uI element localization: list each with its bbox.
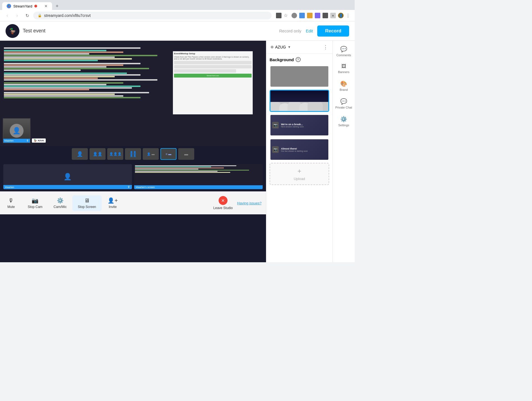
app-container: 🦆 Test event Record only Edit Record (0, 21, 355, 262)
sidebar-private-chat-button[interactable]: 💬 Private Chat (333, 95, 355, 112)
forward-button[interactable]: › (13, 12, 21, 19)
edit-button[interactable]: Edit (306, 29, 313, 33)
channel-name: AZUG (275, 45, 286, 49)
banners-icon: 🖼 (341, 63, 346, 69)
camera-ext-icon (276, 13, 282, 18)
azug-watermark: 🦆 AZUG (32, 138, 46, 143)
stop-screen-button[interactable]: 🖥 Stop Screen (72, 195, 102, 211)
sidebar-banners-button[interactable]: 🖼 Banners (333, 61, 355, 76)
webcam-overlay: 👤 Maarten 🎙 (3, 118, 30, 143)
background-title: Background (270, 57, 294, 62)
canvas-container: Event/Meetup Setup Check from old This P… (0, 41, 266, 146)
bottom-toolbar: 🎙 Mute 📷 Stop Cam ⚙️ Cam/Mic 🖥 Stop Scre… (0, 191, 266, 214)
bg-empty-preview (270, 66, 328, 87)
address-bar[interactable]: 🔒 streamyard.com/xf8u7crsvt (33, 12, 272, 19)
settings-label: Settings (338, 124, 349, 127)
right-sidebar: 💬 Comments 🖼 Banners 🎨 Brand 💬 Private C… (332, 41, 355, 262)
tab-title: StreamYard (13, 4, 32, 8)
leave-studio-button[interactable]: ✕ Leave Studio (209, 194, 237, 212)
channel-dot (271, 46, 273, 48)
cam-participant-name: Maarten (4, 139, 14, 142)
participant-maarten-name: Maarten 🎙 (3, 185, 132, 189)
layout-5[interactable]: 👤 ▬ (143, 148, 159, 160)
upload-background-button[interactable]: + Upload (270, 163, 329, 185)
sidebar-settings-button[interactable]: ⚙️ Settings (333, 113, 355, 130)
reload-button[interactable]: ↻ (23, 12, 31, 19)
cam-name-tag: Maarten 🎙 (3, 139, 30, 143)
cam-mic-icon: 🎙 (26, 139, 29, 142)
bookmark-icon[interactable]: ☆ (284, 13, 289, 18)
leave-label: Leave Studio (213, 206, 233, 210)
active-tab[interactable]: 🦆 StreamYard ✕ (2, 2, 52, 10)
browser-chrome: 🦆 StreamYard ✕ + ‹ › ↻ 🔒 streamyard.com/… (0, 0, 355, 21)
back-button[interactable]: ‹ (3, 12, 11, 19)
sidebar-panel-mock: Event/Meetup Setup Check from old This P… (173, 51, 253, 114)
break-text: We're on a break... (281, 123, 304, 126)
bg-break-preview: 📷 We're on a break... Next session start… (270, 115, 328, 135)
brand-label: Brand (340, 88, 348, 91)
layout-bar: 👤 👤👤 👤👤👤 👤👤👤👤 👤 ▬ ≡ ▬ (0, 146, 266, 162)
stop-cam-button[interactable]: 📷 Stop Cam (22, 195, 48, 211)
screen-icon: 🖥 (84, 197, 90, 204)
user-avatar[interactable]: 👤 (338, 13, 344, 18)
channel-dropdown-arrow: ▼ (288, 45, 291, 49)
upload-plus-icon: + (297, 167, 301, 175)
ext1-icon (291, 13, 297, 18)
almost-text: Almost there! (281, 147, 308, 150)
banners-label: Banners (338, 70, 349, 74)
layout-7[interactable]: ▬ (178, 148, 194, 160)
panel-more-button[interactable]: ⋮ (323, 44, 328, 50)
ext2-icon (299, 13, 305, 18)
layout-3[interactable]: 👤👤👤 (107, 148, 123, 160)
tab-favicon: 🦆 (7, 4, 11, 8)
studio-area: Event/Meetup Setup Check from old This P… (0, 41, 266, 262)
invite-label: Invite (109, 205, 117, 209)
upload-label: Upload (294, 177, 305, 181)
cam-mic-button[interactable]: ⚙️ Cam/Mic (48, 195, 72, 211)
more-options-icon[interactable]: ⋮ (346, 13, 351, 18)
layout-4[interactable]: 👤👤👤👤 (125, 148, 141, 160)
comments-label: Comments (336, 53, 351, 57)
layout-1[interactable]: 👤 (72, 148, 88, 160)
bg-thumb-break[interactable]: 📷 We're on a break... Next session start… (270, 114, 329, 136)
camera-icon: 📷 (32, 197, 39, 204)
bg-almost-preview: 📷 Almost there! Our live stream is start… (270, 139, 328, 160)
layout-2[interactable]: 👤👤 (89, 148, 106, 160)
leave-icon: ✕ (219, 196, 227, 205)
url-display: streamyard.com/xf8u7crsvt (44, 13, 91, 18)
tab-bar: 🦆 StreamYard ✕ + (0, 0, 355, 10)
header-actions: Record only Edit Record (279, 25, 349, 37)
having-issues-link[interactable]: Having issues? (237, 201, 266, 205)
sidebar-comments-button[interactable]: 💬 Comments (333, 43, 355, 60)
bg-thumb-empty[interactable] (270, 65, 329, 88)
bg-dark-clouds-preview (270, 91, 328, 111)
mute-button[interactable]: 🎙 Mute (0, 195, 22, 211)
panel-header: AZUG ▼ ⋮ (266, 41, 332, 54)
participant-maarten[interactable]: 👤 Maarten 🎙 (3, 164, 132, 189)
stop-cam-label: Stop Cam (28, 205, 42, 209)
tab-close-button[interactable]: ✕ (44, 4, 48, 8)
bg-thumb-dark-clouds[interactable] (270, 90, 329, 112)
new-tab-button[interactable]: + (53, 2, 61, 10)
mute-label: Mute (7, 205, 15, 209)
record-only-button[interactable]: Record only (279, 29, 301, 33)
ext4-icon (315, 13, 320, 18)
app-logo: 🦆 (6, 24, 19, 38)
invite-button[interactable]: 👤+ Invite (102, 195, 124, 211)
nav-bar: ‹ › ↻ 🔒 streamyard.com/xf8u7crsvt ☆ ≡ 👤 … (0, 10, 355, 21)
main-content: Event/Meetup Setup Check from old This P… (0, 41, 355, 262)
almost-subtext: Our live stream is starting soon (281, 150, 308, 152)
background-help-icon[interactable]: ? (296, 57, 301, 62)
channel-selector[interactable]: AZUG ▼ (271, 45, 291, 49)
participant-screen[interactable]: Maarten's screen (134, 164, 263, 189)
maarten-mic-icon: 🎙 (127, 186, 130, 189)
bg-thumb-almost[interactable]: 📷 Almost there! Our live stream is start… (270, 138, 329, 161)
background-thumbnails: 📷 We're on a break... Next session start… (270, 65, 329, 185)
app-header: 🦆 Test event Record only Edit Record (0, 21, 355, 41)
record-button[interactable]: Record (317, 25, 349, 37)
ext6-icon: ≡ (330, 13, 336, 18)
security-icon: 🔒 (38, 14, 42, 17)
private-chat-icon: 💬 (340, 98, 347, 105)
layout-6[interactable]: ≡ ▬ (160, 148, 177, 160)
sidebar-brand-button[interactable]: 🎨 Brand (333, 78, 355, 94)
